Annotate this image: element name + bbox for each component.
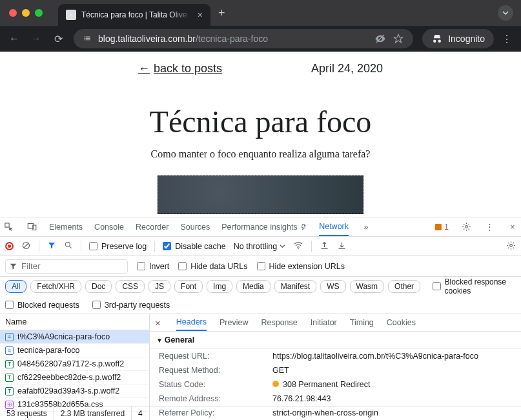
chip-doc[interactable]: Doc	[85, 280, 112, 293]
close-devtools-icon[interactable]: ×	[507, 223, 518, 232]
filter-icon[interactable]	[47, 241, 56, 252]
kebab-icon[interactable]: ⋮	[484, 222, 495, 232]
browser-menu-button[interactable]: ⋮	[498, 30, 516, 48]
tab-recorder[interactable]: Recorder	[136, 219, 169, 235]
page-title: Técnica para foco	[26, 104, 495, 139]
tab-console[interactable]: Console	[94, 219, 124, 235]
tab-headers[interactable]: Headers	[176, 314, 207, 331]
chip-wasm[interactable]: Wasm	[350, 280, 385, 293]
record-button[interactable]	[5, 242, 14, 250]
type-chipbar: All Fetch/XHR Doc CSS JS Font Img Media …	[0, 277, 521, 296]
more-tabs-icon[interactable]: »	[360, 223, 372, 232]
tab-elements[interactable]: Elements	[49, 219, 83, 235]
filter-input[interactable]	[5, 259, 128, 274]
preserve-log-check[interactable]: Preserve log	[89, 242, 147, 251]
search-icon[interactable]	[64, 241, 73, 252]
tab-sources[interactable]: Sources	[180, 219, 210, 235]
doc-file-icon: ≡	[5, 346, 14, 355]
new-tab-button[interactable]: +	[218, 6, 225, 20]
chip-other[interactable]: Other	[388, 280, 420, 293]
tab-cookies[interactable]: Cookies	[387, 315, 416, 330]
back-button[interactable]: ←	[5, 30, 23, 48]
blocked-requests-check[interactable]: Blocked requests	[5, 301, 79, 310]
transferred-size: 2.3 MB transferred	[54, 406, 132, 420]
request-method-value: GET	[272, 366, 512, 375]
hide-data-urls-check[interactable]: Hide data URLs	[178, 262, 247, 271]
extra-filter-row: Blocked requests 3rd-party requests	[0, 296, 521, 314]
request-name: tecnica-para-foco	[17, 346, 80, 355]
hero-image	[158, 175, 363, 214]
tab-title: Técnica para foco | Talita Olive	[81, 10, 192, 19]
eye-off-icon[interactable]	[374, 33, 386, 45]
funnel-icon	[9, 262, 17, 270]
general-section[interactable]: General	[150, 332, 521, 349]
request-row[interactable]: Teafabf029ad39a43-s.p.woff2	[0, 385, 149, 398]
chip-media[interactable]: Media	[236, 280, 271, 293]
forward-button[interactable]: →	[27, 30, 45, 48]
svg-point-4	[65, 242, 70, 246]
chip-manifest[interactable]: Manifest	[274, 280, 316, 293]
chip-css[interactable]: CSS	[116, 280, 145, 293]
tab-perf[interactable]: Performance insights	[221, 219, 307, 235]
request-row[interactable]: T0484562807a97172-s.p.woff2	[0, 357, 149, 371]
wifi-icon[interactable]	[293, 240, 303, 252]
disable-cache-check[interactable]: Disable cache	[163, 242, 226, 251]
incognito-badge[interactable]: Incognito	[422, 29, 494, 48]
request-row[interactable]: Tcf6229eebbec82de-s.p.woff2	[0, 371, 149, 385]
tab-initiator[interactable]: Initiator	[311, 315, 337, 330]
tab-timing[interactable]: Timing	[350, 315, 374, 330]
issues-badge[interactable]: 1	[435, 223, 449, 232]
favicon-icon: ✦	[66, 10, 76, 20]
window-zoom-icon[interactable]	[35, 9, 43, 17]
hide-ext-urls-check[interactable]: Hide extension URLs	[257, 262, 345, 271]
inspect-icon[interactable]	[3, 222, 14, 232]
arrow-left-icon: ←	[138, 62, 150, 75]
tab-response[interactable]: Response	[261, 315, 297, 330]
chip-js[interactable]: JS	[148, 280, 170, 293]
upload-icon[interactable]	[320, 241, 329, 252]
chip-ws[interactable]: WS	[320, 280, 345, 293]
clear-icon[interactable]	[21, 241, 31, 252]
browser-toolbar: ← → ⟳ blog.talitaoliveira.com.br/tecnica…	[0, 26, 521, 52]
network-status-bar: 53 requests 2.3 MB transferred 4	[0, 406, 521, 420]
download-icon[interactable]	[337, 241, 347, 252]
name-column-header[interactable]: Name	[0, 314, 149, 330]
request-url-value: https://blog.talitaoliveira.com.br/t%C3%…	[272, 352, 512, 361]
tab-overflow-button[interactable]	[498, 5, 513, 21]
url-text: blog.talitaoliveira.com.br/tecnica-para-…	[98, 34, 368, 44]
window-close-icon[interactable]	[9, 9, 17, 17]
throttling-select[interactable]: No throttling	[234, 242, 285, 251]
chip-fetch[interactable]: Fetch/XHR	[30, 280, 81, 293]
request-name: cf6229eebbec82de-s.p.woff2	[17, 373, 121, 382]
back-to-posts-link[interactable]: ← back to posts	[138, 62, 222, 75]
chip-img[interactable]: Img	[207, 280, 232, 293]
blocked-cookies-check[interactable]: Blocked response cookies	[433, 277, 516, 295]
devtools-panel: Elements Console Recorder Sources Perfor…	[0, 217, 521, 420]
network-settings-icon[interactable]	[506, 241, 516, 252]
window-minimize-icon[interactable]	[22, 9, 30, 17]
third-party-check[interactable]: 3rd-party requests	[92, 301, 170, 310]
incognito-label: Incognito	[448, 34, 485, 44]
tab-preview[interactable]: Preview	[220, 315, 248, 330]
close-detail-icon[interactable]: ×	[155, 317, 161, 328]
bookmark-star-icon[interactable]	[393, 33, 404, 45]
request-row[interactable]: ≡t%C3%A9cnica-para-foco	[0, 330, 149, 344]
request-name: 0484562807a97172-s.p.woff2	[17, 359, 124, 368]
chip-all[interactable]: All	[5, 280, 26, 293]
reload-button[interactable]: ⟳	[49, 30, 67, 48]
close-tab-icon[interactable]: ×	[198, 10, 203, 20]
invert-check[interactable]: Invert	[137, 262, 169, 271]
tab-network[interactable]: Network	[319, 218, 349, 236]
status-dot-icon	[272, 381, 279, 387]
device-toggle-icon[interactable]	[26, 222, 37, 232]
settings-icon[interactable]	[460, 222, 472, 232]
browser-tab[interactable]: ✦ Técnica para foco | Talita Olive ×	[58, 4, 210, 26]
remote-address-value: 76.76.21.98:443	[272, 394, 512, 403]
request-row[interactable]: ≡tecnica-para-foco	[0, 344, 149, 357]
svg-point-5	[298, 248, 299, 250]
chip-font[interactable]: Font	[174, 280, 203, 293]
status-more: 4	[132, 406, 150, 420]
svg-point-6	[510, 244, 513, 246]
site-info-icon[interactable]	[83, 34, 92, 43]
address-bar[interactable]: blog.talitaoliveira.com.br/tecnica-para-…	[74, 29, 413, 48]
